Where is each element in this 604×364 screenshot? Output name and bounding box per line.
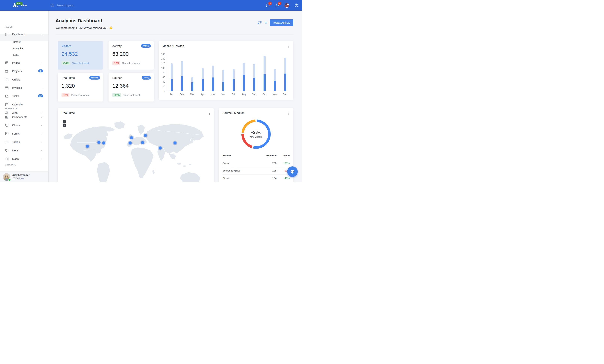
- refresh-button[interactable]: [257, 20, 262, 25]
- notifications-button[interactable]: 7: [275, 3, 279, 8]
- header-divider: [56, 35, 293, 35]
- briefcase-icon: [5, 69, 8, 73]
- chevron-down-icon: [40, 141, 43, 143]
- filter-button[interactable]: [264, 20, 268, 25]
- bar-nov: [274, 69, 276, 91]
- navbar-actions: 3 7: [265, 0, 299, 11]
- map-visitor-marker[interactable]: [144, 134, 147, 137]
- map-visitor-marker[interactable]: [97, 141, 101, 144]
- activity-delta-caption: Since last week: [122, 62, 140, 64]
- sidebar-item-components[interactable]: Components: [0, 114, 48, 120]
- list-icon: [5, 140, 8, 144]
- map-visitor-marker[interactable]: [159, 146, 162, 150]
- theme-settings-fab[interactable]: [287, 166, 298, 177]
- layout-icon: [5, 61, 8, 64]
- sidebar-item-tables[interactable]: Tables: [0, 139, 48, 145]
- bounce-delta-badge: +27%: [112, 93, 121, 97]
- sidebar-item-icons[interactable]: Icons: [0, 148, 48, 153]
- bar-apr: [202, 68, 204, 91]
- calendar-icon: [5, 103, 8, 106]
- map-visitor-marker[interactable]: [141, 141, 144, 144]
- bar-sep: [253, 63, 255, 91]
- sidebar-item-orders[interactable]: Orders: [0, 76, 48, 83]
- language-button[interactable]: [285, 3, 289, 8]
- logout-button[interactable]: [294, 3, 299, 8]
- sidebar-item-tasks[interactable]: Tasks 17: [0, 93, 48, 99]
- donut-center-value: +23%: [251, 130, 262, 135]
- map-card-title: Real-Time: [62, 111, 75, 115]
- activity-stat-card: Activity Annual 63.200 -12% Since last w…: [109, 41, 154, 70]
- chevron-down-icon: [40, 132, 43, 135]
- sidebar-item-maps[interactable]: Maps: [0, 156, 48, 162]
- tasks-count-badge: 17: [38, 94, 43, 97]
- source-medium-donut-chart: +23% new visitors: [241, 120, 271, 149]
- shopping-cart-icon: [5, 78, 8, 81]
- sidebar-section-pages: PAGES: [5, 26, 13, 28]
- sidebar-section-mira-pro: MIRA PRO: [5, 163, 16, 166]
- sidebar-item-analytics[interactable]: Analytics: [0, 45, 48, 51]
- bounce-card-title: Bounce: [112, 76, 122, 80]
- bounce-delta-caption: Since last week: [123, 94, 140, 96]
- sidebar-item-charts[interactable]: Charts: [0, 122, 48, 128]
- search-input[interactable]: [56, 4, 98, 7]
- sidebar-item-saas[interactable]: SaaS: [0, 52, 48, 58]
- credit-card-icon: [5, 86, 8, 89]
- messages-button[interactable]: 3: [265, 3, 270, 8]
- chevron-down-icon: [40, 149, 43, 152]
- chevron-down-icon: [40, 158, 43, 160]
- visitors-value: 24.532: [62, 51, 78, 57]
- page-title: Analytics Dashboard: [56, 18, 102, 24]
- map-visitor-marker[interactable]: [102, 141, 105, 145]
- sidebar-item-pages[interactable]: Pages: [0, 60, 48, 66]
- realtime-card-title: Real-Time: [62, 76, 75, 80]
- visitors-card-title: Visitors: [62, 44, 71, 48]
- sidebar-item-default[interactable]: Default: [0, 39, 48, 45]
- sidebar-item-dashboard[interactable]: Dashboard: [0, 31, 48, 37]
- table-row: Direct 164 +46%: [223, 175, 289, 182]
- realtime-delta-caption: Since last week: [71, 94, 89, 96]
- activity-delta-badge: -12%: [112, 61, 120, 65]
- map-menu-button[interactable]: [209, 111, 210, 115]
- navbar-search: [50, 0, 98, 11]
- check-square-icon: [5, 94, 8, 98]
- search-icon: [50, 4, 54, 7]
- map-visitor-marker[interactable]: [86, 145, 89, 148]
- table-header-source: Source: [223, 152, 256, 160]
- realtime-period-badge: Monthly: [89, 76, 100, 80]
- table-row: Social 260 +35%: [223, 160, 289, 167]
- sidebar-item-invoices[interactable]: Invoices: [0, 85, 48, 91]
- visitors-delta-caption: Since last week: [72, 62, 90, 64]
- sidebar-item-calendar[interactable]: Calendar: [0, 101, 48, 108]
- sidebar-item-forms[interactable]: Forms: [0, 131, 48, 137]
- projects-count-badge: 8: [38, 69, 43, 72]
- chevron-down-icon: [40, 87, 43, 89]
- chart-menu-button[interactable]: [288, 44, 289, 48]
- map-icon: [5, 157, 8, 161]
- source-medium-menu-button[interactable]: [288, 111, 289, 115]
- bar-aug: [243, 63, 245, 91]
- chevron-down-icon: [40, 116, 43, 118]
- realtime-delta-badge: -18%: [62, 93, 69, 97]
- map-visitor-marker[interactable]: [130, 136, 133, 139]
- bounce-period-badge: Yearly: [142, 76, 151, 80]
- notifications-count-badge: 7: [278, 2, 281, 5]
- sidebar: PAGES Dashboard Default Analytics SaaS P…: [0, 11, 49, 182]
- source-medium-card: Source / Medium +23% new visitors Source…: [219, 108, 293, 182]
- bar-dec: [284, 58, 286, 91]
- world-map[interactable]: [59, 119, 213, 182]
- sidebar-user-profile[interactable]: Lucy Lavender UX Designer: [0, 172, 48, 182]
- map-visitor-marker[interactable]: [173, 141, 177, 145]
- sidebar-item-projects[interactable]: Projects 8: [0, 68, 48, 74]
- sliders-icon: [5, 33, 8, 36]
- mobile-desktop-chart-card: Mobile / Desktop 160140120100806040200 J…: [159, 41, 293, 100]
- bar-jun: [222, 70, 224, 91]
- source-medium-table: Source Revenue Value Social 260 +35% Sea…: [223, 152, 289, 182]
- refresh-icon: [258, 21, 262, 25]
- page-subtitle: Welcome back, Lucy! We've missed you. 👋: [56, 26, 113, 30]
- heart-icon: [5, 149, 8, 152]
- chart-card-title: Mobile / Desktop: [163, 44, 184, 48]
- today-date-button[interactable]: Today: April 29: [270, 19, 293, 26]
- top-navbar: Mira PRO 3 7: [0, 0, 302, 11]
- map-visitor-marker[interactable]: [128, 141, 132, 145]
- brand-logo[interactable]: Mira: [13, 0, 27, 11]
